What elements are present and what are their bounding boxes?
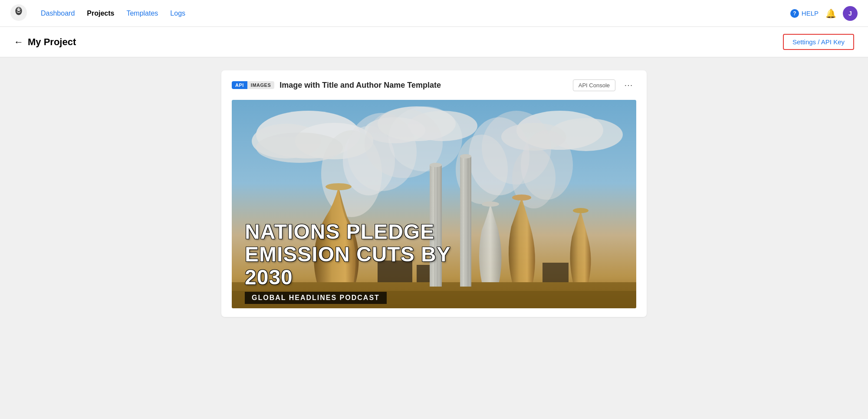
avatar[interactable]: J bbox=[843, 6, 858, 21]
image-preview: NATIONS PLEDGE EMISSION CUTS BY 2030 GLO… bbox=[232, 100, 636, 308]
svg-point-2 bbox=[17, 7, 20, 11]
badge-api: API bbox=[232, 81, 247, 89]
navbar: Dashboard Projects Templates Logs ? HELP… bbox=[0, 0, 868, 27]
help-button[interactable]: ? HELP bbox=[790, 9, 819, 18]
badge-images: IMAGES bbox=[247, 81, 274, 89]
podcast-banner: GLOBAL HEADLINES PODCAST bbox=[245, 292, 387, 304]
back-arrow-icon: ← bbox=[14, 36, 23, 48]
svg-point-25 bbox=[521, 130, 573, 200]
more-options-button[interactable]: ⋯ bbox=[621, 79, 636, 91]
api-console-button[interactable]: API Console bbox=[573, 79, 615, 91]
template-card: API IMAGES Image with Title and Author N… bbox=[221, 70, 647, 317]
nav-links: Dashboard Projects Templates Logs bbox=[41, 10, 776, 17]
svg-point-36 bbox=[512, 195, 531, 201]
nav-projects[interactable]: Projects bbox=[87, 10, 114, 17]
nav-templates[interactable]: Templates bbox=[126, 10, 158, 17]
settings-api-key-button[interactable]: Settings / API Key bbox=[783, 34, 854, 50]
template-title: Image with Title and Author Name Templat… bbox=[279, 81, 567, 90]
back-link[interactable]: ← My Project bbox=[14, 36, 76, 48]
svg-point-3 bbox=[17, 8, 18, 9]
headline-line2: EMISSION CUTS BY 2030 bbox=[245, 243, 462, 289]
page-header: ← My Project Settings / API Key bbox=[0, 27, 868, 57]
podcast-label: GLOBAL HEADLINES PODCAST bbox=[252, 294, 380, 301]
main-content: API IMAGES Image with Title and Author N… bbox=[0, 57, 868, 419]
svg-point-31 bbox=[430, 163, 442, 167]
help-icon: ? bbox=[790, 9, 799, 18]
notification-bell[interactable]: 🔔 bbox=[825, 8, 836, 19]
badge-group: API IMAGES bbox=[232, 81, 274, 89]
svg-point-28 bbox=[326, 183, 352, 190]
headline-line1: NATIONS PLEDGE bbox=[245, 221, 462, 244]
help-label: HELP bbox=[802, 10, 819, 17]
svg-point-4 bbox=[19, 8, 20, 9]
nav-right: ? HELP 🔔 J bbox=[790, 6, 858, 21]
image-text-overlay: NATIONS PLEDGE EMISSION CUTS BY 2030 GLO… bbox=[232, 212, 636, 308]
headline-text: NATIONS PLEDGE EMISSION CUTS BY 2030 bbox=[245, 221, 462, 289]
project-title: My Project bbox=[28, 36, 76, 48]
logo[interactable] bbox=[10, 4, 27, 23]
nav-logs[interactable]: Logs bbox=[170, 10, 185, 17]
svg-point-20 bbox=[388, 106, 462, 172]
card-header: API IMAGES Image with Title and Author N… bbox=[232, 79, 636, 91]
svg-point-35 bbox=[482, 201, 499, 207]
svg-point-34 bbox=[460, 154, 471, 158]
nav-dashboard[interactable]: Dashboard bbox=[41, 10, 75, 17]
